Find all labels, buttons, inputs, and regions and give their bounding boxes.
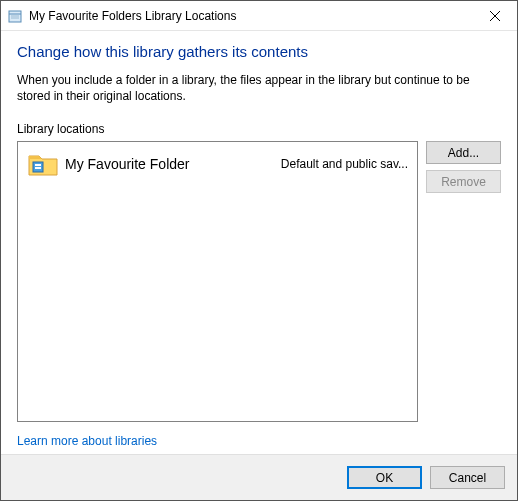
folder-icon (27, 150, 59, 178)
cancel-button[interactable]: Cancel (430, 466, 505, 489)
learn-more-link[interactable]: Learn more about libraries (17, 434, 501, 448)
close-button[interactable] (473, 1, 517, 31)
item-detail: Default and public sav... (281, 157, 408, 171)
library-icon (7, 8, 23, 24)
dialog-content: Change how this library gathers its cont… (1, 31, 517, 454)
window-title: My Favourite Folders Library Locations (29, 9, 473, 23)
remove-button: Remove (426, 170, 501, 193)
side-buttons: Add... Remove (426, 141, 501, 422)
locations-row: My Favourite Folder Default and public s… (17, 141, 501, 422)
dialog-footer: OK Cancel (1, 454, 517, 500)
ok-button[interactable]: OK (347, 466, 422, 489)
locations-list[interactable]: My Favourite Folder Default and public s… (17, 141, 418, 422)
svg-rect-8 (35, 167, 41, 169)
titlebar: My Favourite Folders Library Locations (1, 1, 517, 31)
list-item[interactable]: My Favourite Folder Default and public s… (24, 148, 411, 180)
locations-label: Library locations (17, 122, 501, 136)
description-text: When you include a folder in a library, … (17, 72, 501, 104)
page-heading: Change how this library gathers its cont… (17, 43, 501, 60)
add-button[interactable]: Add... (426, 141, 501, 164)
item-name: My Favourite Folder (65, 156, 281, 172)
svg-rect-7 (35, 164, 41, 166)
